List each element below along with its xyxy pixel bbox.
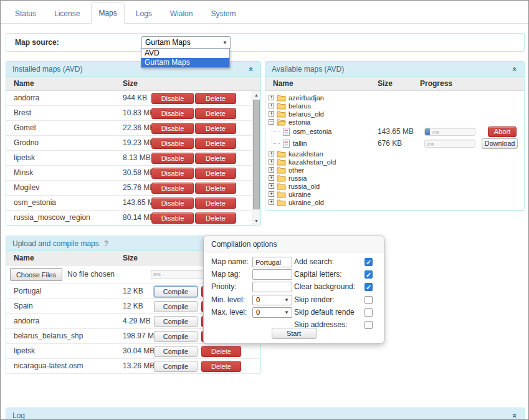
table-row: Mogilev 25.76 MB Disable Delete [6, 181, 260, 196]
tree-item-folder[interactable]: belarus [265, 102, 524, 110]
disable-button[interactable]: Disable [151, 212, 194, 224]
skip-default-render-checkbox[interactable] [365, 308, 373, 317]
tree-item-folder[interactable]: ukraine [265, 190, 524, 198]
skip-addresses-checkbox[interactable] [365, 321, 373, 329]
scrollbar[interactable]: ▲ ▼ [252, 91, 260, 226]
expand-icon[interactable] [269, 199, 274, 205]
delete-button[interactable]: Delete [201, 346, 241, 357]
compile-button[interactable]: Compile [154, 331, 198, 342]
start-button[interactable]: Start [272, 328, 317, 339]
map-size: 12 KB [123, 299, 143, 313]
tree-item-folder[interactable]: russia [265, 174, 524, 182]
delete-button[interactable]: Delete [195, 138, 236, 149]
scroll-up-icon[interactable]: ▲ [252, 92, 260, 99]
folder-name: kazakhstan [288, 150, 323, 158]
delete-button[interactable]: Delete [195, 168, 236, 179]
disable-button[interactable]: Disable [151, 123, 194, 134]
expand-icon[interactable] [269, 183, 274, 189]
add-search-checkbox[interactable] [365, 258, 373, 266]
folder-name: belarus_old [288, 110, 324, 118]
tree-item-folder[interactable]: kazakhstan_old [265, 158, 524, 166]
expand-icon[interactable] [269, 191, 274, 197]
tree-item-folder[interactable]: belarus_old [265, 110, 524, 118]
compile-button[interactable]: Compile [154, 301, 198, 312]
chevron-down-icon: ▼ [284, 295, 289, 304]
tree-item-folder[interactable]: azeirbadjan [265, 93, 524, 102]
delete-button[interactable]: Delete [195, 153, 236, 164]
delete-button[interactable]: Delete [195, 93, 236, 104]
capital-letters-checkbox[interactable] [365, 270, 373, 279]
map-size: 80.14 MB [123, 211, 155, 225]
max-level-select[interactable]: 0 ▼ [252, 307, 292, 318]
choose-files-button[interactable]: Choose Files [10, 268, 62, 281]
tab-license[interactable]: License [47, 4, 87, 24]
expand-icon[interactable] [269, 103, 274, 108]
expand-icon[interactable] [269, 111, 274, 117]
map-name: andorra [14, 93, 39, 102]
clear-background-label: Clear background: [294, 282, 361, 292]
compile-button[interactable]: Compile [154, 346, 198, 357]
option-avd[interactable]: AVD [141, 49, 229, 58]
tree-item-file[interactable]: tallin 676 KB 0% Download [265, 138, 524, 150]
disable-button[interactable]: Disable [151, 183, 194, 194]
compile-button[interactable]: Compile [154, 316, 198, 327]
map-size: 30.04 MB [123, 344, 155, 358]
expand-icon[interactable] [269, 175, 274, 181]
abort-button[interactable]: Abort [488, 126, 517, 137]
scroll-down-icon[interactable]: ▼ [252, 217, 260, 225]
delete-button[interactable]: Delete [201, 361, 241, 372]
map-source-select[interactable]: Gurtam Maps ▼ [141, 36, 231, 49]
map-name: Minsk [14, 168, 33, 177]
compile-button[interactable]: Compile [154, 361, 198, 372]
tab-logs[interactable]: Logs [129, 4, 159, 24]
expand-icon[interactable] [269, 95, 274, 100]
tree-item-folder[interactable]: other [265, 166, 524, 174]
log-panel: Log « [6, 408, 525, 420]
delete-button[interactable]: Delete [195, 198, 236, 209]
skip-render-checkbox[interactable] [365, 296, 373, 304]
priority-input[interactable] [252, 282, 292, 292]
tab-system[interactable]: System [204, 4, 242, 24]
file-icon [283, 140, 290, 151]
option-gurtam-maps[interactable]: Gurtam Maps [141, 58, 229, 67]
progress-value: 0% [153, 272, 161, 277]
delete-button[interactable]: Delete [195, 123, 236, 134]
map-name: Mogilev [14, 183, 39, 192]
folder-icon [277, 110, 286, 118]
available-maps-panel: Available maps (AVD) « Name Size Progres… [265, 61, 525, 211]
tab-status[interactable]: Status [8, 4, 43, 24]
disable-button[interactable]: Disable [151, 168, 194, 179]
upload-progress-bar: 0% [151, 270, 204, 279]
folder-icon [277, 183, 286, 190]
tree-item-file[interactable]: osm_estonia 143.65 MB 7% Abort [265, 126, 524, 138]
folder-name: other [288, 166, 304, 174]
disable-button[interactable]: Disable [151, 93, 194, 104]
help-icon[interactable]: ? [104, 239, 108, 248]
tab-wialon[interactable]: Wialon [163, 4, 200, 24]
map-name-input[interactable] [252, 257, 292, 267]
min-level-select[interactable]: 0 ▼ [252, 295, 292, 305]
collapse-icon[interactable]: « [510, 411, 519, 420]
collapse-icon[interactable]: « [510, 65, 519, 74]
log-header: Log « [6, 408, 524, 420]
scroll-thumb[interactable] [253, 100, 260, 209]
disable-button[interactable]: Disable [151, 138, 194, 149]
compile-button[interactable]: Compile [154, 286, 198, 297]
delete-button[interactable]: Delete [195, 108, 236, 119]
disable-button[interactable]: Disable [151, 153, 194, 164]
map-name: belarus_belarus_shp [14, 332, 83, 340]
tab-maps[interactable]: Maps [91, 2, 124, 24]
delete-button[interactable]: Delete [195, 183, 236, 194]
priority-label: Priority: [211, 282, 237, 292]
delete-button[interactable]: Delete [195, 212, 236, 224]
disable-button[interactable]: Disable [151, 108, 194, 119]
tree-item-folder[interactable]: kazakhstan [265, 150, 524, 158]
download-button[interactable]: Download [482, 138, 518, 149]
map-tag-input[interactable] [252, 269, 292, 280]
clear-background-checkbox[interactable] [365, 283, 373, 291]
disable-button[interactable]: Disable [151, 198, 194, 209]
tree-item-folder[interactable]: ukraine_old [265, 198, 524, 206]
tree-item-folder[interactable]: russia_old [265, 182, 524, 190]
collapse-icon[interactable]: « [247, 65, 255, 74]
tree-item-folder-expanded[interactable]: estonia [265, 118, 524, 126]
